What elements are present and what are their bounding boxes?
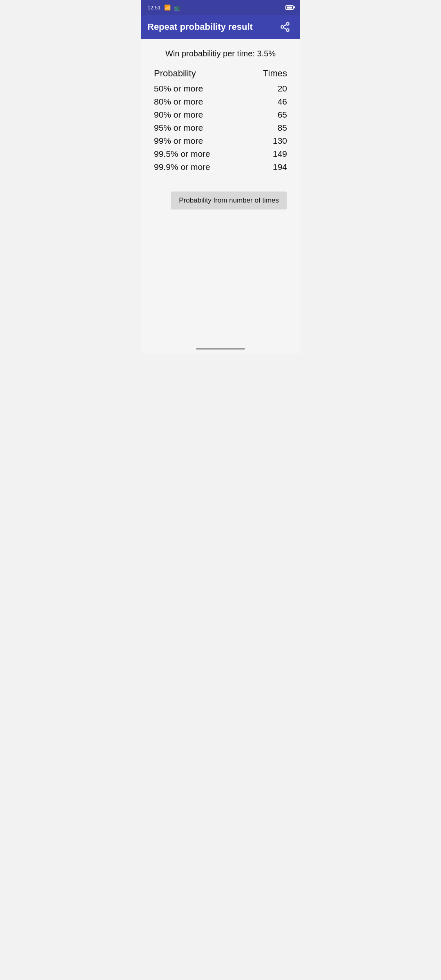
table-row: 99.5% or more 149 (147, 147, 294, 160)
cell-times: 65 (220, 110, 287, 120)
cell-times: 130 (220, 136, 287, 146)
status-time: 12:51 (147, 4, 161, 11)
win-probability-subtitle: Win probabilitiy per time: 3.5% (147, 49, 294, 58)
status-bar-right (285, 5, 294, 10)
probability-from-times-button[interactable]: Probability from number of times (171, 192, 287, 209)
cell-probability: 99.5% or more (154, 149, 220, 159)
cell-times: 85 (220, 123, 287, 133)
svg-line-4 (283, 24, 286, 26)
page-title: Repeat probability result (147, 22, 253, 32)
probability-table: Probability Times 50% or more 20 80% or … (147, 68, 294, 174)
cell-probability: 50% or more (154, 84, 220, 94)
cell-probability: 95% or more (154, 123, 220, 133)
app-bar: Repeat probability result (141, 15, 300, 39)
share-button[interactable] (276, 18, 294, 36)
status-bar-left: 12:51 📶 📺 (147, 4, 180, 11)
cell-times: 194 (220, 162, 287, 172)
screen-icon: 📺 (174, 4, 180, 11)
table-row: 99% or more 130 (147, 134, 294, 147)
col-header-probability: Probability (154, 68, 220, 79)
table-row: 90% or more 65 (147, 108, 294, 121)
button-wrapper: Probability from number of times (147, 182, 294, 209)
col-header-times: Times (220, 68, 287, 79)
nav-indicator (196, 348, 245, 350)
cell-times: 46 (220, 97, 287, 107)
table-header-row: Probability Times (147, 68, 294, 79)
cell-probability: 90% or more (154, 110, 220, 120)
status-bar: 12:51 📶 📺 (141, 0, 300, 15)
main-content: Win probabilitiy per time: 3.5% Probabil… (141, 39, 300, 344)
cell-probability: 80% or more (154, 97, 220, 107)
cell-times: 149 (220, 149, 287, 159)
cell-times: 20 (220, 84, 287, 94)
battery-icon (285, 5, 294, 10)
svg-line-3 (283, 28, 286, 29)
sim-icon: 📶 (164, 4, 171, 11)
cell-probability: 99.9% or more (154, 162, 220, 172)
table-row: 95% or more 85 (147, 121, 294, 134)
table-row: 80% or more 46 (147, 95, 294, 108)
table-row: 99.9% or more 194 (147, 160, 294, 174)
table-row: 50% or more 20 (147, 82, 294, 95)
share-icon (280, 22, 290, 32)
nav-bar (141, 344, 300, 354)
cell-probability: 99% or more (154, 136, 220, 146)
